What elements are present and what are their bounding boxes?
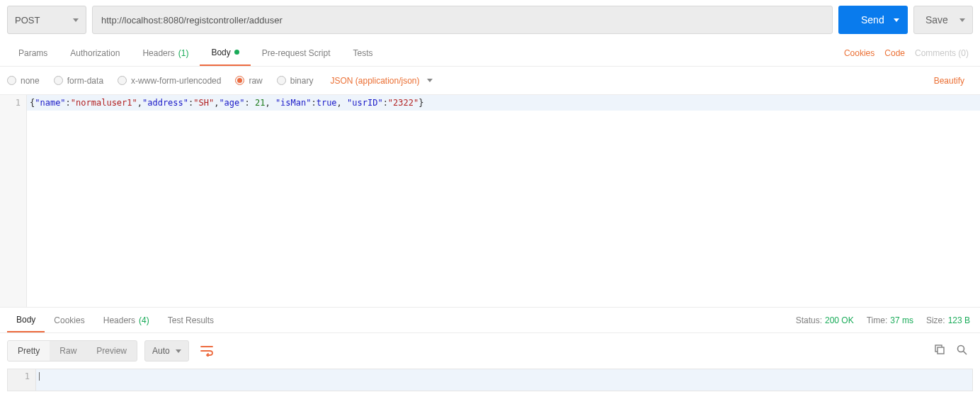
editor-gutter: 1 bbox=[0, 95, 27, 307]
tab-prerequest[interactable]: Pre-request Script bbox=[251, 40, 342, 66]
http-method-label: POST bbox=[15, 15, 40, 26]
radio-icon bbox=[235, 76, 244, 85]
body-type-binary[interactable]: binary bbox=[277, 76, 314, 86]
send-button[interactable]: Send bbox=[838, 6, 908, 34]
chevron-down-icon bbox=[894, 18, 899, 22]
time-label: Time:37 ms bbox=[867, 315, 913, 325]
body-type-none[interactable]: none bbox=[7, 76, 40, 86]
search-icon[interactable] bbox=[957, 344, 967, 357]
format-select[interactable]: Auto bbox=[144, 340, 189, 362]
http-method-select[interactable]: POST bbox=[7, 6, 86, 34]
wrap-icon bbox=[200, 345, 213, 357]
svg-line-3 bbox=[964, 352, 967, 355]
radio-icon bbox=[277, 76, 286, 85]
svg-point-2 bbox=[958, 346, 964, 352]
url-input[interactable] bbox=[92, 6, 833, 34]
save-label: Save bbox=[925, 14, 948, 26]
chevron-down-icon bbox=[176, 349, 181, 353]
content-type-select[interactable]: JSON (application/json) bbox=[330, 76, 419, 86]
response-tab-headers[interactable]: Headers (4) bbox=[94, 308, 159, 332]
response-tab-testresults[interactable]: Test Results bbox=[159, 308, 223, 332]
size-label: Size:123 B bbox=[926, 315, 970, 325]
view-raw-button[interactable]: Raw bbox=[50, 341, 86, 361]
tab-params[interactable]: Params bbox=[7, 40, 59, 66]
view-mode-group: Pretty Raw Preview bbox=[7, 340, 137, 362]
radio-icon bbox=[54, 76, 63, 85]
tab-tests[interactable]: Tests bbox=[341, 40, 384, 66]
response-tab-body[interactable]: Body bbox=[7, 308, 45, 332]
view-preview-button[interactable]: Preview bbox=[86, 341, 137, 361]
chevron-down-icon bbox=[427, 79, 433, 82]
tab-headers[interactable]: Headers (1) bbox=[131, 40, 200, 66]
radio-icon bbox=[118, 76, 127, 85]
save-button[interactable]: Save bbox=[913, 6, 973, 34]
body-type-formdata[interactable]: form-data bbox=[54, 76, 103, 86]
chevron-down-icon bbox=[959, 18, 965, 22]
body-type-urlencoded[interactable]: x-www-form-urlencoded bbox=[118, 76, 221, 86]
response-body-editor[interactable]: 1 bbox=[7, 369, 973, 391]
comments-link[interactable]: Comments (0) bbox=[915, 48, 969, 58]
tab-body[interactable]: Body bbox=[200, 40, 250, 66]
beautify-button[interactable]: Beautify bbox=[934, 76, 973, 86]
code-link[interactable]: Code bbox=[884, 48, 905, 58]
svg-rect-1 bbox=[938, 347, 944, 354]
editor-gutter: 1 bbox=[8, 369, 36, 391]
view-pretty-button[interactable]: Pretty bbox=[8, 341, 50, 361]
wrap-lines-button[interactable] bbox=[196, 340, 217, 362]
response-tab-cookies[interactable]: Cookies bbox=[45, 308, 93, 332]
headers-count-badge: (1) bbox=[178, 48, 189, 58]
cookies-link[interactable]: Cookies bbox=[844, 48, 874, 58]
chevron-down-icon bbox=[73, 18, 79, 22]
dot-indicator-icon bbox=[234, 50, 239, 55]
send-label: Send bbox=[861, 14, 884, 26]
copy-icon[interactable] bbox=[935, 344, 945, 357]
body-type-raw[interactable]: raw bbox=[235, 76, 262, 86]
radio-icon bbox=[7, 76, 16, 85]
request-body-editor[interactable]: 1 {"name":"normaluser1","address":"SH","… bbox=[0, 95, 980, 308]
status-label: Status:200 OK bbox=[796, 315, 854, 325]
tab-authorization[interactable]: Authorization bbox=[59, 40, 131, 66]
headers-count-badge: (4) bbox=[139, 315, 149, 325]
